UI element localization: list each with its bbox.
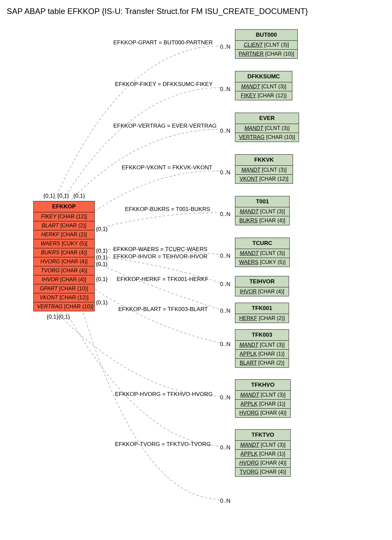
edge-label: EFKKOP-VERTRAG = EVER-VERTRAG bbox=[113, 123, 217, 129]
er-diagram: {0,1} {0,1} {0,1} {0,1} {0,1} {0,1} {0,1… bbox=[7, 23, 385, 540]
entity-field: VKONT [CHAR (12)] bbox=[34, 293, 94, 302]
edge-card: 0..N bbox=[220, 394, 230, 401]
entity-header: EFKKOP bbox=[34, 201, 94, 212]
entity-field: TVORG [CHAR (4)] bbox=[34, 266, 94, 275]
edge-card: 0..N bbox=[220, 44, 230, 50]
edge-card: 0..N bbox=[220, 308, 230, 314]
entity-tcurc: TCURC MANDT [CLNT (3)] WAERS [CUKY (5)] bbox=[235, 238, 290, 267]
card-right-2: {0,1} bbox=[96, 248, 108, 254]
card-right-4: {0,1} bbox=[96, 261, 108, 268]
entity-tfktvo: TFKTVO MANDT [CLNT (3)] APPLK [CHAR (1)]… bbox=[235, 429, 291, 477]
entity-fkkvk: FKKVK MANDT [CLNT (3)] VKONT [CHAR (12)] bbox=[235, 154, 293, 184]
entity-efkkop: EFKKOP FIKEY [CHAR (12)] BLART [CHAR (2)… bbox=[33, 201, 95, 311]
entity-field: BLART [CHAR (2)] bbox=[34, 221, 94, 230]
card-top-3: {0,1} bbox=[73, 193, 85, 199]
edge-label: EFKKOP-IHVOR = TEIHVOR-IHVOR bbox=[113, 253, 208, 260]
edge-label: EFKKOP-BUKRS = T001-BUKRS bbox=[125, 206, 210, 213]
edge-label: EFKKOP-TVORG = TFKTVO-TVORG bbox=[115, 441, 211, 448]
edge-card: 0..N bbox=[220, 169, 230, 176]
edge-card: 0..N bbox=[220, 211, 230, 218]
entity-dfkksumc: DFKKSUMC MANDT [CLNT (3)] FIKEY [CHAR (1… bbox=[235, 71, 292, 100]
entity-ever: EVER MANDT [CLNT (3)] VERTRAG [CHAR (10)… bbox=[235, 113, 299, 142]
entity-tfk003: TFK003 MANDT [CLNT (3)] APPLK [CHAR (1)]… bbox=[235, 329, 289, 368]
entity-field: HERKF [CHAR (2)] bbox=[34, 230, 94, 239]
entity-field: WAERS [CUKY (5)] bbox=[34, 239, 94, 248]
edge-card: 0..N bbox=[220, 341, 230, 348]
page-title: SAP ABAP table EFKKOP {IS-U: Transfer St… bbox=[7, 7, 392, 16]
edge-label: EFKKOP-WAERS = TCURC-WAERS bbox=[113, 246, 207, 253]
entity-field: FIKEY [CHAR (12)] bbox=[34, 212, 94, 221]
entity-field: GPART [CHAR (10)] bbox=[34, 284, 94, 293]
entity-tfk001: TFK001 HERKF [CHAR (2)] bbox=[235, 303, 289, 323]
edge-card: 0..N bbox=[220, 444, 230, 451]
entity-but000: BUT000 CLIENT [CLNT (3)] PARTNER [CHAR (… bbox=[235, 29, 298, 59]
entity-tfkhvo: TFKHVO MANDT [CLNT (3)] APPLK [CHAR (1)]… bbox=[235, 379, 291, 418]
edge-label: EFKKOP-GPART = BUT000-PARTNER bbox=[113, 39, 213, 46]
edge-label: EFKKOP-HERKF = TFK001-HERKF bbox=[117, 276, 208, 283]
entity-teihvor: TEIHVOR IHVOR [CHAR (4)] bbox=[235, 276, 289, 296]
card-top-2: {0,1} bbox=[57, 193, 69, 199]
edge-label: EFKKOP-BLART = TFK003-BLART bbox=[118, 306, 208, 313]
entity-field: VERTRAG [CHAR (10)] bbox=[34, 302, 94, 311]
edge-label: EFKKOP-VKONT = FKKVK-VKONT bbox=[122, 164, 212, 171]
edge-label: EFKKOP-HVORG = TFKHVO-HVORG bbox=[115, 391, 213, 398]
entity-field: HVORG [CHAR (4)] bbox=[34, 257, 94, 266]
card-right-6: {0,1} bbox=[96, 299, 108, 306]
edge-card: 0..N bbox=[220, 498, 230, 504]
card-right-1: {0,1} bbox=[96, 226, 108, 233]
edge-card: 0..N bbox=[220, 253, 230, 259]
entity-field: IHVOR [CHAR (4)] bbox=[34, 275, 94, 284]
edge-card: 0..N bbox=[220, 281, 230, 288]
edge-label: EFKKOP-FIKEY = DFKKSUMC-FIKEY bbox=[115, 81, 213, 88]
card-right-3: {0,1} bbox=[96, 254, 108, 261]
card-top-1: {0,1} bbox=[43, 193, 55, 199]
edge-card: 0..N bbox=[220, 128, 230, 134]
entity-field: BUKRS [CHAR (4)] bbox=[34, 248, 94, 257]
card-bottom: {0,1}{0,1} bbox=[47, 314, 70, 320]
entity-t001: T001 MANDT [CLNT (3)] BUKRS [CHAR (4)] bbox=[235, 196, 290, 225]
card-right-5: {0,1} bbox=[96, 276, 108, 283]
edge-card: 0..N bbox=[220, 86, 230, 93]
